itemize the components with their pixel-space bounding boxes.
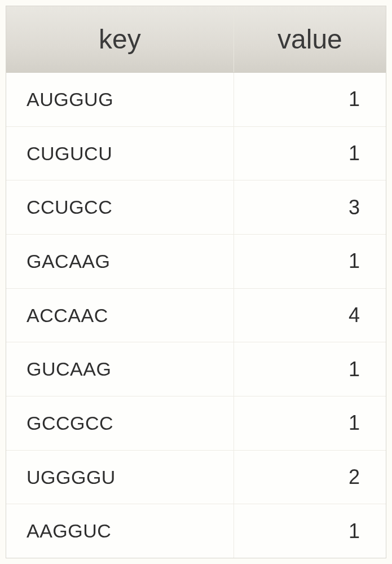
- header-value: value: [234, 6, 386, 72]
- cell-value: 4: [234, 289, 386, 342]
- cell-key: ACCAAC: [6, 289, 234, 342]
- cell-key: UGGGGU: [6, 451, 234, 504]
- table-row: GACAAG 1: [6, 235, 386, 289]
- cell-key: GACAAG: [6, 235, 234, 288]
- table-row: UGGGGU 2: [6, 451, 386, 505]
- table-row: AAGGUC 1: [6, 504, 386, 558]
- cell-key: CCUGCC: [6, 180, 234, 234]
- cell-value: 1: [234, 127, 386, 180]
- cell-value: 1: [234, 73, 386, 126]
- data-table: key value AUGGUG 1 CUGUCU 1 CCUGCC 3 GAC…: [6, 6, 386, 558]
- cell-value: 1: [234, 396, 386, 450]
- header-key: key: [6, 6, 234, 72]
- cell-value: 1: [234, 235, 386, 288]
- table-body: AUGGUG 1 CUGUCU 1 CCUGCC 3 GACAAG 1 ACCA…: [6, 73, 386, 558]
- table-row: AUGGUG 1: [6, 73, 386, 127]
- cell-value: 1: [234, 342, 386, 396]
- table-row: GUCAAG 1: [6, 342, 386, 396]
- cell-key: GCCGCC: [6, 396, 234, 450]
- cell-key: AAGGUC: [6, 504, 234, 558]
- table-row: GCCGCC 1: [6, 396, 386, 451]
- cell-key: GUCAAG: [6, 342, 234, 396]
- cell-key: AUGGUG: [6, 73, 234, 126]
- cell-value: 1: [234, 504, 386, 558]
- table-row: ACCAAC 4: [6, 289, 386, 343]
- table-row: CCUGCC 3: [6, 180, 386, 235]
- cell-key: CUGUCU: [6, 127, 234, 180]
- table-row: CUGUCU 1: [6, 127, 386, 181]
- cell-value: 2: [234, 451, 386, 504]
- cell-value: 3: [234, 180, 386, 234]
- table-header-row: key value: [6, 6, 386, 73]
